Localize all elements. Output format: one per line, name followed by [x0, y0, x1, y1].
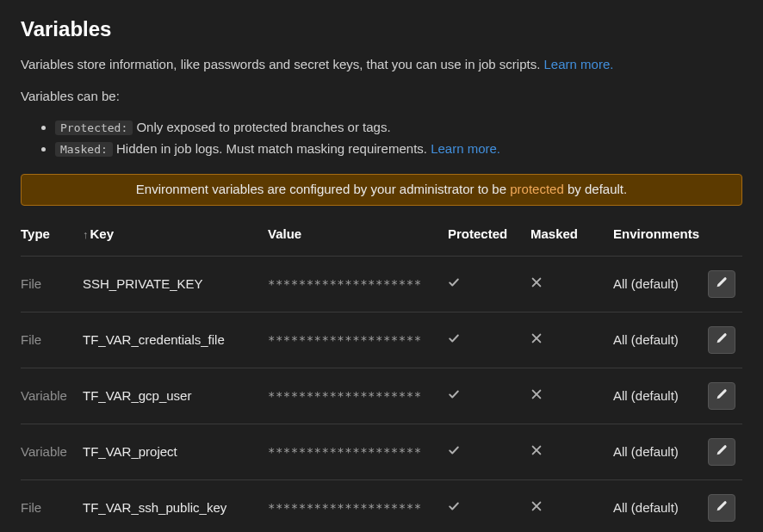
admin-notice-prefix: Environment variables are configured by …	[136, 182, 510, 196]
table-row: File TF_VAR_credentials_file ***********…	[21, 312, 742, 368]
cell-type: Variable	[21, 424, 83, 480]
cell-masked	[530, 312, 613, 368]
cell-protected	[448, 480, 530, 533]
cell-value: ********************	[268, 312, 448, 368]
protected-tag: Protected:	[55, 121, 133, 135]
sort-asc-icon: ↑	[83, 228, 89, 241]
cell-value: ********************	[268, 424, 448, 480]
table-row: Variable TF_VAR_project ****************…	[21, 424, 742, 480]
cell-environments: All (default)	[613, 312, 708, 368]
cell-value: ********************	[268, 257, 448, 312]
col-header-protected: Protected	[448, 214, 530, 257]
table-row: File TF_VAR_ssh_public_key *************…	[21, 480, 742, 533]
x-icon	[530, 276, 543, 291]
pencil-icon	[716, 275, 728, 294]
x-icon	[530, 332, 543, 347]
page-title: Variables	[21, 14, 742, 45]
admin-notice: Environment variables are configured by …	[21, 174, 742, 206]
cell-type: File	[21, 257, 83, 312]
table-row: Variable TF_VAR_gcp_user ***************…	[21, 368, 742, 424]
table-row: File SSH_PRIVATE_KEY *******************…	[21, 257, 742, 312]
check-icon	[448, 444, 460, 459]
cell-type: Variable	[21, 368, 83, 424]
bullet-masked: Masked: Hidden in job logs. Must match m…	[55, 139, 742, 159]
admin-notice-suffix: by default.	[564, 182, 627, 196]
check-icon	[448, 500, 460, 515]
cell-masked	[530, 368, 613, 424]
cell-value: ********************	[268, 368, 448, 424]
protected-desc: Only exposed to protected branches or ta…	[133, 120, 390, 134]
check-icon	[448, 332, 460, 347]
cell-type: File	[21, 312, 83, 368]
protected-link[interactable]: protected	[510, 182, 564, 196]
edit-button[interactable]	[708, 326, 735, 354]
cell-masked	[530, 257, 613, 312]
intro-line-1: Variables store information, like passwo…	[21, 57, 544, 71]
cell-masked	[530, 480, 613, 533]
col-header-value: Value	[268, 214, 448, 257]
cell-environments: All (default)	[613, 480, 708, 533]
intro-text: Variables store information, like passwo…	[21, 55, 742, 158]
cell-environments: All (default)	[613, 257, 708, 312]
cell-value: ********************	[268, 480, 448, 533]
intro-line-2: Variables can be:	[21, 87, 742, 107]
cell-type: File	[21, 480, 83, 533]
x-icon	[530, 388, 543, 403]
learn-more-link[interactable]: Learn more.	[544, 57, 614, 71]
edit-button[interactable]	[708, 270, 735, 298]
cell-protected	[448, 368, 530, 424]
col-header-key-label: Key	[90, 226, 115, 241]
col-header-masked: Masked	[530, 214, 613, 257]
cell-key: TF_VAR_project	[83, 424, 268, 480]
col-header-environments: Environments	[613, 214, 708, 257]
learn-more-masking-link[interactable]: Learn more.	[431, 141, 500, 156]
cell-environments: All (default)	[613, 368, 708, 424]
cell-key: SSH_PRIVATE_KEY	[83, 257, 268, 312]
col-header-key[interactable]: ↑Key	[83, 214, 268, 257]
cell-protected	[448, 312, 530, 368]
masked-desc: Hidden in job logs. Must match masking r…	[113, 141, 431, 156]
pencil-icon	[716, 331, 728, 350]
cell-key: TF_VAR_gcp_user	[83, 368, 268, 424]
check-icon	[448, 276, 460, 291]
pencil-icon	[716, 387, 728, 406]
edit-button[interactable]	[708, 494, 735, 522]
cell-masked	[530, 424, 613, 480]
cell-protected	[448, 424, 530, 480]
cell-environments: All (default)	[613, 424, 708, 480]
bullet-protected: Protected: Only exposed to protected bra…	[55, 118, 742, 138]
edit-button[interactable]	[708, 382, 735, 410]
x-icon	[530, 500, 543, 515]
edit-button[interactable]	[708, 438, 735, 466]
check-icon	[448, 388, 460, 403]
col-header-type: Type	[21, 214, 83, 257]
cell-protected	[448, 257, 530, 312]
variables-table: Type ↑Key Value Protected Masked Environ…	[21, 214, 742, 533]
cell-key: TF_VAR_credentials_file	[83, 312, 268, 368]
cell-key: TF_VAR_ssh_public_key	[83, 480, 268, 533]
pencil-icon	[716, 498, 728, 518]
pencil-icon	[716, 442, 728, 462]
x-icon	[530, 444, 543, 459]
masked-tag: Masked:	[55, 142, 113, 157]
